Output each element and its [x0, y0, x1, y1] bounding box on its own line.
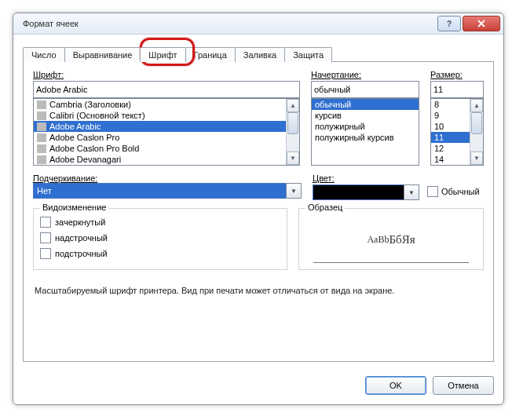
chevron-down-icon[interactable]: ▼	[286, 183, 302, 199]
style-listbox[interactable]: обычный курсив полужирный полужирный кур…	[311, 98, 419, 166]
size-label: Размер:	[430, 70, 484, 79]
style-item[interactable]: курсив	[312, 110, 419, 121]
font-scrollbar[interactable]: ▲ ▼	[286, 99, 299, 165]
style-item[interactable]: обычный	[312, 99, 419, 110]
tab-protection[interactable]: Защита	[284, 47, 332, 62]
font-listbox[interactable]: Cambria (Заголовки) Calibri (Основной те…	[33, 98, 300, 166]
font-icon	[37, 100, 46, 109]
style-label: Начертание:	[311, 70, 419, 79]
color-swatch	[313, 184, 404, 200]
svg-text:?: ?	[447, 20, 452, 27]
titlebar[interactable]: Формат ячеек ?	[13, 13, 503, 35]
normal-font-checkbox[interactable]: Обычный	[427, 186, 480, 197]
font-icon	[37, 111, 46, 120]
chevron-down-icon[interactable]: ▼	[404, 184, 419, 200]
size-item[interactable]: 10	[431, 121, 470, 132]
checkbox-icon	[40, 248, 51, 259]
font-item[interactable]: Adobe Caslon Pro Bold	[34, 143, 286, 154]
size-scrollbar[interactable]: ▲ ▼	[470, 99, 483, 165]
size-item[interactable]: 14	[431, 154, 470, 165]
effect-subscript[interactable]: подстрочный	[40, 248, 280, 259]
effect-strikethrough[interactable]: зачеркнутый	[40, 217, 280, 228]
style-input[interactable]	[311, 81, 419, 98]
scroll-thumb[interactable]	[471, 112, 482, 134]
checkbox-icon	[40, 232, 51, 243]
close-button[interactable]	[463, 16, 500, 31]
color-combo[interactable]: ▼	[313, 184, 419, 200]
effects-legend: Видоизменение	[40, 203, 108, 212]
format-cells-dialog: Формат ячеек ? Число Выравнивание Шрифт …	[13, 13, 504, 405]
tabstrip: Число Выравнивание Шрифт Граница Заливка…	[23, 42, 494, 61]
hint-text: Масштабируемый шрифт принтера. Вид при п…	[35, 286, 482, 295]
size-item[interactable]: 9	[431, 110, 470, 121]
size-item[interactable]: 12	[431, 143, 470, 154]
size-item[interactable]: 11	[431, 132, 470, 143]
scroll-up-icon[interactable]: ▲	[470, 99, 483, 112]
font-item[interactable]: Adobe Devanagari	[34, 154, 286, 165]
scroll-down-icon[interactable]: ▼	[470, 152, 483, 165]
font-panel: Шрифт: Cambria (Заголовки) Calibri (Осно…	[23, 61, 494, 362]
underline-combo[interactable]: Нет ▼	[33, 183, 302, 199]
scroll-thumb[interactable]	[287, 112, 298, 134]
effect-superscript[interactable]: надстрочный	[40, 232, 280, 243]
size-item[interactable]: 8	[431, 99, 470, 110]
style-item[interactable]: полужирный	[312, 121, 419, 132]
tab-fill[interactable]: Заливка	[235, 47, 285, 62]
tab-number[interactable]: Число	[23, 47, 65, 62]
sample-group: Образец AaBbБбЯя	[298, 208, 484, 270]
font-item[interactable]: Calibri (Основной текст)	[34, 110, 286, 121]
font-item[interactable]: Adobe Caslon Pro	[34, 132, 286, 143]
scroll-up-icon[interactable]: ▲	[287, 99, 299, 112]
sample-legend: Образец	[305, 203, 345, 212]
ok-button[interactable]: OK	[365, 376, 426, 395]
font-icon	[37, 155, 46, 164]
normal-font-label: Обычный	[441, 187, 480, 196]
font-icon	[37, 122, 46, 131]
font-item[interactable]: Cambria (Заголовки)	[34, 99, 286, 110]
size-listbox[interactable]: 8 9 10 11 12 14 ▲ ▼	[430, 98, 484, 166]
tab-font[interactable]: Шрифт	[140, 47, 185, 62]
size-input[interactable]	[430, 81, 484, 98]
dialog-footer: OK Отмена	[13, 370, 503, 404]
font-icon	[37, 133, 46, 142]
tab-border[interactable]: Граница	[185, 47, 236, 62]
color-label: Цвет:	[313, 173, 484, 183]
cancel-button[interactable]: Отмена	[433, 376, 494, 395]
checkbox-icon	[427, 186, 438, 197]
checkbox-icon	[40, 217, 51, 228]
font-item[interactable]: Adobe Arabic	[34, 121, 286, 132]
underline-label: Подчеркивание:	[33, 173, 97, 183]
font-input[interactable]	[33, 81, 300, 98]
font-label: Шрифт:	[33, 70, 300, 79]
sample-preview: AaBbБбЯя	[313, 217, 469, 263]
font-icon	[37, 144, 46, 153]
tab-alignment[interactable]: Выравнивание	[64, 47, 141, 62]
underline-value: Нет	[33, 183, 286, 199]
style-item[interactable]: полужирный курсив	[312, 132, 419, 143]
effects-group: Видоизменение зачеркнутый надстрочный по…	[33, 208, 287, 270]
window-title: Формат ячеек	[23, 19, 436, 28]
scroll-down-icon[interactable]: ▼	[287, 152, 299, 165]
help-button[interactable]: ?	[437, 16, 461, 31]
